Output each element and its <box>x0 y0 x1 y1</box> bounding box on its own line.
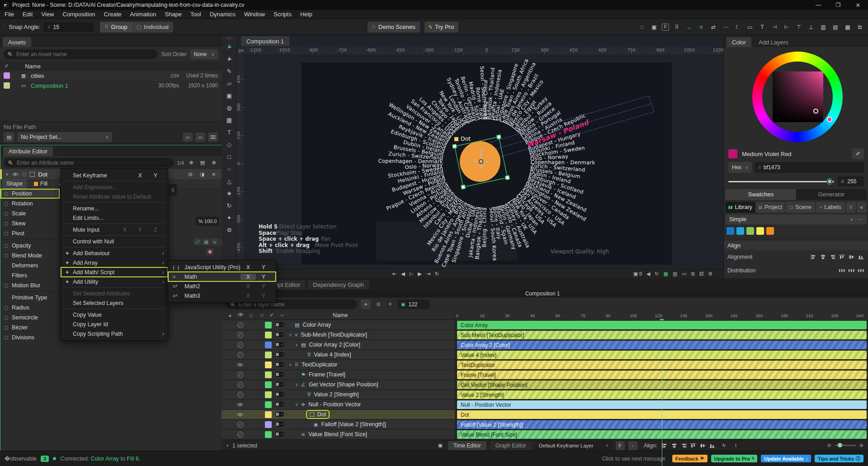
attribute-item-skew[interactable]: Skew <box>0 219 60 228</box>
attribute-item-filters[interactable]: Filters <box>0 271 60 281</box>
export-frame-icon[interactable]: ⧉ <box>691 271 695 277</box>
align-top-icon[interactable]: ⊤ <box>794 23 803 32</box>
layer-name-wrap[interactable]: ▤Color Array 2 [Color] <box>301 342 360 348</box>
color-tab[interactable]: Color <box>726 37 751 47</box>
visibility-toggle[interactable] <box>275 351 284 359</box>
sv-square[interactable] <box>773 71 823 122</box>
layer-row[interactable]: ✓◉Falloff [Value 2 [Strength]] <box>222 420 455 429</box>
viewport-settings-icon[interactable]: ⚙ <box>708 271 712 277</box>
hex-value-input[interactable]: # bf1473 <box>755 162 864 173</box>
attribute-item-b-zier[interactable]: Bézier <box>0 323 60 333</box>
grid-icon[interactable]: ▦ <box>843 23 852 32</box>
menu-item-add-behaviour[interactable]: +Add Behaviour› <box>61 248 168 258</box>
connected-source[interactable]: Color Array <box>91 456 119 462</box>
chevron-down-icon[interactable]: ∨ <box>5 172 9 176</box>
palette-select[interactable]: Simple <box>729 216 850 223</box>
layer-name-wrap[interactable]: ◉Falloff [Value 2 [Strength]] <box>314 421 386 428</box>
timeline-zoom-slider[interactable] <box>835 445 856 446</box>
visibility-eye-icon[interactable] <box>12 170 19 178</box>
layer-row[interactable]: ∨⠿TextDuplicator <box>222 360 455 370</box>
cube-icon[interactable]: ◇ <box>248 313 254 318</box>
menu-animation[interactable]: Animation <box>130 11 156 18</box>
selection-handle[interactable] <box>505 176 509 180</box>
layer-name-wrap[interactable]: ⠿TextDuplicator <box>295 361 337 368</box>
scatter-icon[interactable]: ⠿ <box>672 23 681 32</box>
layer-row[interactable]: ✓▤Color Array <box>222 320 455 330</box>
layer-name-wrap[interactable]: ≋Value Blend [Font Size] <box>301 431 367 437</box>
keyframe-f-box[interactable]: F <box>616 441 625 450</box>
timeline-track[interactable]: Sub Mesh [TextDuplicator] <box>457 330 868 340</box>
footer-align-c-icon[interactable] <box>670 442 679 449</box>
mesh-tool-icon[interactable]: ▦ <box>222 114 237 126</box>
menu-item-rename-[interactable]: Rename... <box>61 204 168 213</box>
loop-small-icon[interactable]: ↻ <box>720 442 728 449</box>
layer-name-wrap[interactable]: ∇Value 2 [Strength] <box>307 391 359 398</box>
attribute-search-input[interactable]: 🔍︎ <box>4 158 174 167</box>
align-b-icon[interactable] <box>857 253 865 261</box>
alpha-value-field[interactable]: A 255 <box>838 176 864 186</box>
ellipse-tool-icon[interactable]: ○ <box>222 163 237 175</box>
keyframe-layer-select[interactable]: Default Keyframe Layer ∨ <box>535 441 612 450</box>
asset-search-input[interactable]: 🔍︎ <box>4 49 158 59</box>
layer-row[interactable]: ✓∨▤Color Array 2 [Color] <box>222 340 455 350</box>
palette-swatch[interactable] <box>756 227 764 235</box>
minimize-button[interactable]: — <box>808 2 828 8</box>
viewport-composition-tab[interactable]: Composition 1 <box>241 36 289 46</box>
add-layers-tab[interactable]: Add Layers <box>753 37 794 47</box>
enabled-check-icon[interactable]: ✓ <box>235 322 245 328</box>
shortcut-y[interactable]: Y <box>256 264 271 271</box>
menu-item-copy-layer-id[interactable]: Copy Layer Id <box>61 319 168 329</box>
expand-chevron-icon[interactable]: ∨ <box>292 382 301 387</box>
distribute-icon-2[interactable] <box>857 267 865 274</box>
next-message-hint[interactable]: Click to see next message <box>602 456 665 462</box>
visibility-toggle[interactable] <box>275 331 284 339</box>
opacity-value-field[interactable]: % 100.0 <box>196 217 219 226</box>
menu-item-copy-scripting-path[interactable]: Copy Scripting Path› <box>61 329 168 338</box>
layer-name-wrap[interactable]: Dot <box>307 411 328 418</box>
attribute-editor-tab[interactable]: Attribute Editor <box>3 147 53 156</box>
magnet-icon[interactable]: ⌇ <box>732 442 740 449</box>
align-r-icon[interactable] <box>828 253 836 261</box>
timeline-track[interactable]: Color Array 2 [Color] <box>457 340 868 350</box>
text-style-icon[interactable]: T <box>758 23 767 32</box>
timeline-bar[interactable]: Value 4 [Index] <box>457 351 867 359</box>
asset-color-swatch[interactable] <box>4 72 10 79</box>
menu-item-set-selected-layers[interactable]: Set Selected Layers <box>61 298 168 308</box>
layer-color-swatch[interactable] <box>265 411 272 418</box>
menu-dynamics[interactable]: Dynamics <box>210 11 236 18</box>
visibility-toggle[interactable] <box>275 410 284 418</box>
layer-row[interactable]: ✓∇Value 4 [Index] <box>222 350 455 360</box>
shortcut-key[interactable]: Y <box>148 172 163 179</box>
go-start-icon[interactable]: ⇤ <box>392 271 396 277</box>
enabled-check-icon[interactable]: ✓ <box>235 432 245 437</box>
arrow-right-icon[interactable]: → <box>684 23 693 32</box>
status-button-update-available[interactable]: Update Available↓ <box>761 455 811 462</box>
v-ruler[interactable] <box>237 54 244 269</box>
distribute-icon-0[interactable] <box>838 267 846 274</box>
hue-cursor[interactable] <box>827 117 832 122</box>
align-right-icon[interactable]: ⊢ <box>782 23 791 32</box>
enabled-check-icon[interactable]: ✓ <box>235 352 245 358</box>
project-set-select[interactable]: No Project Set... ∨ <box>17 132 112 142</box>
list-green-icon[interactable]: ≡ <box>697 23 706 32</box>
add-layer-button[interactable]: + <box>361 300 371 309</box>
alpha-slider[interactable] <box>728 181 834 182</box>
layer-color-swatch[interactable] <box>265 342 272 348</box>
shortcut-x[interactable]: X <box>241 264 256 271</box>
expand-chevron-icon[interactable]: ∨ <box>292 342 301 347</box>
message-count-badge[interactable]: 3 <box>41 456 49 462</box>
attribute-item-radius[interactable]: Radius <box>0 303 60 313</box>
speaker-icon[interactable]: ◁ <box>258 313 264 318</box>
menu-item-add-array[interactable]: +Add Array› <box>61 258 168 267</box>
panels-icon[interactable]: ▣ <box>650 23 659 32</box>
menu-window[interactable]: Window <box>244 11 265 18</box>
eye-icon[interactable] <box>235 363 245 367</box>
eye-icon[interactable] <box>235 403 245 407</box>
menu-help[interactable]: Help <box>300 11 312 18</box>
sort-order-select[interactable]: None ∨ <box>190 49 218 59</box>
menu-item-add-math-script[interactable]: +Add Math/ Script› <box>61 267 168 277</box>
attribute-item-pivot[interactable]: Pivot <box>0 228 60 238</box>
refresh-icon[interactable]: ↻ <box>655 271 659 277</box>
shortcut-y[interactable]: Y <box>256 293 271 299</box>
overlap-icon[interactable]: ⧉ <box>855 23 864 32</box>
